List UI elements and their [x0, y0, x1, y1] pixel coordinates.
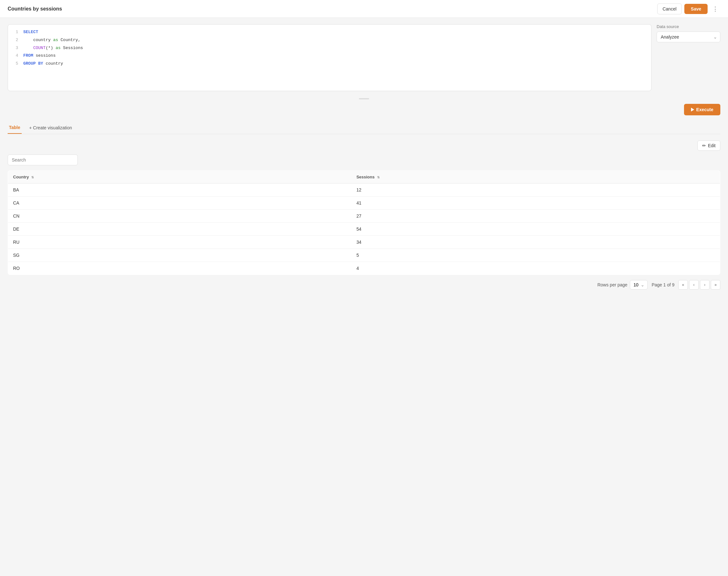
edit-label: Edit — [708, 143, 716, 148]
execute-button[interactable]: Execute — [684, 104, 720, 115]
code-editor[interactable]: 1 SELECT 2 country as Country, 3 COUNT(*… — [8, 24, 651, 91]
line-number-5: 5 — [10, 60, 18, 67]
cell-country: RU — [8, 236, 352, 249]
tab-table[interactable]: Table — [8, 122, 22, 134]
line-content-3: COUNT(*) as Sessions — [23, 45, 83, 52]
table-row: CN 27 — [8, 210, 720, 223]
cell-country: CN — [8, 210, 352, 223]
line-content-1: SELECT — [23, 29, 38, 36]
line-content-2: country as Country, — [23, 37, 80, 44]
line-number-1: 1 — [10, 29, 18, 36]
datasource-panel: Data source Analyzee ⌄ — [656, 24, 720, 91]
resize-handle[interactable] — [8, 96, 720, 101]
table-body: BA 12 CA 41 CN 27 DE 54 RU 34 SG 5 RO 4 — [8, 183, 720, 275]
line-content-4: FROM sessions — [23, 53, 55, 59]
line-number-4: 4 — [10, 53, 18, 59]
table-header-row: Country ⇅ Sessions ⇅ — [8, 171, 720, 183]
main-content: 1 SELECT 2 country as Country, 3 COUNT(*… — [0, 18, 728, 301]
code-line-1: 1 SELECT — [8, 28, 651, 36]
edit-button[interactable]: ✏ Edit — [697, 141, 720, 151]
cell-country: RO — [8, 262, 352, 275]
datasource-select-wrapper[interactable]: Analyzee ⌄ — [656, 32, 720, 42]
cancel-button[interactable]: Cancel — [657, 3, 682, 15]
cell-country: DE — [8, 223, 352, 236]
tab-table-label: Table — [9, 125, 20, 130]
more-options-button[interactable]: ⋮ — [710, 4, 720, 14]
rows-per-page-select-wrapper[interactable]: 10 25 50 ⌄ — [630, 280, 648, 290]
code-line-4: 4 FROM sessions — [8, 52, 651, 60]
cell-country: SG — [8, 249, 352, 262]
line-number-3: 3 — [10, 45, 18, 52]
edit-pencil-icon: ✏ — [702, 143, 706, 148]
play-icon — [691, 108, 694, 112]
line-content-5: GROUP BY country — [23, 60, 63, 67]
datasource-label: Data source — [656, 24, 720, 29]
column-label-sessions: Sessions — [356, 175, 374, 179]
code-line-2: 2 country as Country, — [8, 36, 651, 44]
cell-sessions: 5 — [351, 249, 720, 262]
column-label-country: Country — [13, 175, 29, 179]
rows-per-page-label: Rows per page — [597, 282, 627, 287]
header: Countries by sessions Cancel Save ⋮ — [0, 0, 728, 18]
editor-section: 1 SELECT 2 country as Country, 3 COUNT(*… — [8, 24, 720, 91]
next-page-button[interactable]: › — [700, 280, 709, 290]
page-title: Countries by sessions — [8, 6, 62, 12]
header-actions: Cancel Save ⋮ — [657, 3, 720, 15]
execute-row: Execute — [8, 104, 720, 115]
table-row: CA 41 — [8, 197, 720, 210]
column-header-sessions[interactable]: Sessions ⇅ — [351, 171, 720, 183]
code-lines: 1 SELECT 2 country as Country, 3 COUNT(*… — [8, 28, 651, 68]
search-input[interactable] — [8, 154, 78, 165]
prev-page-button[interactable]: ‹ — [689, 280, 699, 290]
data-table: Country ⇅ Sessions ⇅ BA 12 CA 41 CN 27 D… — [8, 170, 720, 275]
first-page-button[interactable]: « — [678, 280, 688, 290]
cell-sessions: 54 — [351, 223, 720, 236]
tabs-row: Table + Create visualization — [8, 122, 720, 134]
cell-sessions: 12 — [351, 183, 720, 197]
cell-sessions: 41 — [351, 197, 720, 210]
table-header: Country ⇅ Sessions ⇅ — [8, 171, 720, 183]
pagination: Rows per page 10 25 50 ⌄ Page 1 of 9 « ‹… — [8, 275, 720, 295]
sort-icon-country: ⇅ — [31, 176, 34, 179]
code-line-3: 3 COUNT(*) as Sessions — [8, 44, 651, 52]
datasource-select[interactable]: Analyzee — [656, 32, 720, 42]
resize-dots — [359, 98, 369, 99]
execute-label: Execute — [696, 107, 713, 112]
table-toolbar: ✏ Edit — [8, 141, 720, 151]
save-button[interactable]: Save — [684, 4, 708, 14]
table-row: RU 34 — [8, 236, 720, 249]
search-wrapper — [8, 154, 720, 165]
cell-sessions: 27 — [351, 210, 720, 223]
cell-sessions: 34 — [351, 236, 720, 249]
table-row: RO 4 — [8, 262, 720, 275]
rows-per-page-select[interactable]: 10 25 50 — [630, 280, 648, 290]
page-info: Page 1 of 9 — [651, 282, 674, 287]
line-number-2: 2 — [10, 37, 18, 44]
table-row: SG 5 — [8, 249, 720, 262]
table-row: BA 12 — [8, 183, 720, 197]
tab-create-visualization[interactable]: + Create visualization — [28, 122, 73, 134]
cell-sessions: 4 — [351, 262, 720, 275]
last-page-button[interactable]: » — [711, 280, 720, 290]
more-icon: ⋮ — [712, 5, 718, 12]
sort-icon-sessions: ⇅ — [377, 176, 380, 179]
table-row: DE 54 — [8, 223, 720, 236]
tab-create-label: + Create visualization — [29, 125, 72, 130]
column-header-country[interactable]: Country ⇅ — [8, 171, 352, 183]
code-line-5: 5 GROUP BY country — [8, 60, 651, 68]
cell-country: CA — [8, 197, 352, 210]
rows-per-page: Rows per page 10 25 50 ⌄ — [597, 280, 648, 290]
cell-country: BA — [8, 183, 352, 197]
page-navigation: « ‹ › » — [678, 280, 720, 290]
